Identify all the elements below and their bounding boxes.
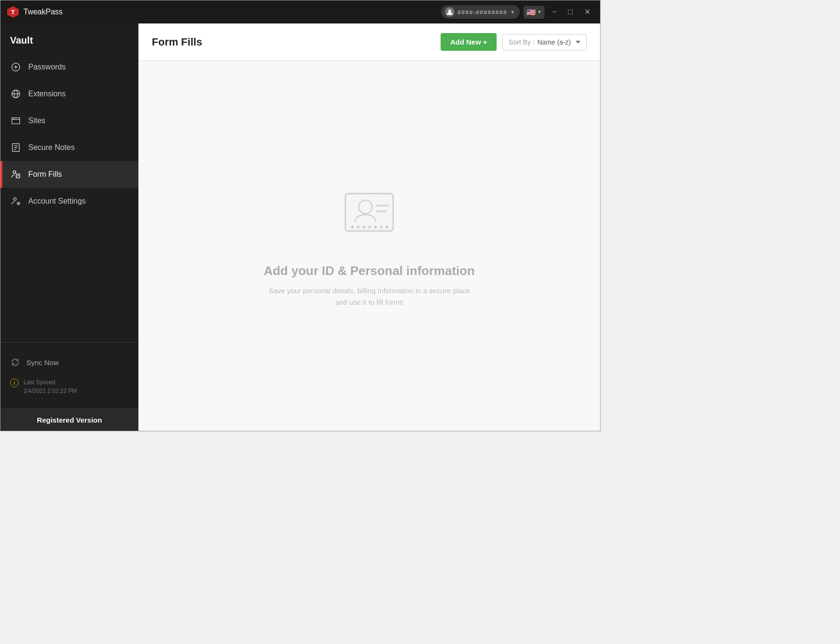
svg-point-30 <box>368 226 371 229</box>
maximize-button[interactable]: □ <box>564 6 577 18</box>
empty-state-title: Add your ID & Personal information <box>264 264 475 278</box>
close-button[interactable]: ✕ <box>580 6 594 18</box>
sidebar-item-sites-label: Sites <box>28 116 45 125</box>
svg-text:T: T <box>11 9 15 16</box>
registered-label: Registered Version <box>37 416 102 424</box>
sidebar-item-account-settings[interactable]: Account Settings <box>0 188 138 215</box>
sidebar-item-passwords[interactable]: Passwords <box>0 54 138 80</box>
vault-label: Vault <box>0 23 138 54</box>
sort-chevron-down-icon <box>576 41 580 44</box>
svg-point-17 <box>13 171 16 174</box>
minimize-button[interactable]: − <box>548 6 560 18</box>
sidebar-item-sites[interactable]: Sites <box>0 107 138 134</box>
sync-icon <box>10 357 21 368</box>
empty-state-icon <box>331 184 408 246</box>
svg-rect-18 <box>16 174 20 178</box>
sidebar-item-form-fills-label: Form Fills <box>28 170 62 179</box>
titlebar-right: ####-######## ▼ 🇺🇸 ▼ − □ ✕ <box>441 5 594 19</box>
app-window: T TweakPass ####-######## ▼ 🇺🇸 ▼ − □ <box>0 0 601 431</box>
last-synced-info: i Last Synced: 2/4/2021 2:02:22 PM <box>0 374 138 401</box>
header-actions: Add New + Sort By : Name (a-z) <box>441 33 587 51</box>
empty-state-subtitle: Save your personal details, billing Info… <box>269 285 470 308</box>
user-dropdown-icon: ▼ <box>510 10 515 15</box>
panel-header: Form Fills Add New + Sort By : Name (a-z… <box>138 23 600 61</box>
app-logo-icon: T <box>6 5 20 19</box>
sort-prefix: Sort By : <box>509 38 534 46</box>
sidebar-bottom: Sync Now i Last Synced: 2/4/2021 2:02:22… <box>0 342 138 409</box>
svg-point-22 <box>18 203 20 205</box>
svg-point-12 <box>14 118 15 119</box>
page-title: Form Fills <box>152 36 202 48</box>
registered-version-bar: Registered Version <box>0 409 138 431</box>
person-form-icon <box>10 169 22 180</box>
sort-dropdown[interactable]: Sort By : Name (a-z) <box>502 34 587 50</box>
sidebar-item-form-fills[interactable]: Form Fills <box>0 161 138 188</box>
svg-point-28 <box>357 226 360 229</box>
sync-now-button[interactable]: Sync Now <box>0 350 138 374</box>
empty-subtitle-line1: Save your personal details, billing Info… <box>269 287 470 295</box>
sidebar-item-secure-notes[interactable]: Secure Notes <box>0 134 138 161</box>
sidebar-item-secure-notes-label: Secure Notes <box>28 143 75 152</box>
titlebar-logo: T TweakPass <box>6 5 441 19</box>
user-name: ####-######## <box>457 9 507 16</box>
right-panel: Form Fills Add New + Sort By : Name (a-z… <box>138 23 600 431</box>
sidebar-item-account-settings-label: Account Settings <box>28 197 86 206</box>
last-synced-label: Last Synced: <box>23 379 57 386</box>
sidebar: Vault Passwords Extensions <box>0 23 138 431</box>
language-button[interactable]: 🇺🇸 ▼ <box>523 6 545 19</box>
titlebar: T TweakPass ####-######## ▼ 🇺🇸 ▼ − □ <box>0 0 600 23</box>
svg-point-11 <box>13 118 13 119</box>
svg-point-21 <box>13 198 16 201</box>
svg-point-27 <box>351 226 354 229</box>
empty-state: Add your ID & Personal information Save … <box>138 61 600 431</box>
svg-point-31 <box>374 226 377 229</box>
nav-items: Passwords Extensions Sites <box>0 54 138 342</box>
sync-now-label: Sync Now <box>26 358 59 367</box>
flag-icon: 🇺🇸 <box>526 8 536 17</box>
main-content: Vault Passwords Extensions <box>0 23 600 431</box>
empty-subtitle-line2: and use it to fill forms <box>335 298 403 306</box>
svg-point-33 <box>386 226 388 229</box>
sidebar-item-extensions[interactable]: Extensions <box>0 80 138 107</box>
info-icon: i <box>10 379 19 387</box>
plus-circle-icon <box>10 61 22 73</box>
user-pill[interactable]: ####-######## ▼ <box>441 5 520 19</box>
add-new-button[interactable]: Add New + <box>441 33 497 51</box>
flag-dropdown-icon: ▼ <box>537 10 542 14</box>
globe-icon <box>10 88 22 100</box>
user-avatar-icon <box>445 7 454 17</box>
app-title: TweakPass <box>23 8 63 16</box>
sort-value: Name (a-z) <box>537 38 571 46</box>
sidebar-item-passwords-label: Passwords <box>28 63 66 71</box>
note-icon <box>10 142 22 153</box>
sidebar-item-extensions-label: Extensions <box>28 90 66 98</box>
svg-point-29 <box>363 226 365 229</box>
last-synced-time: 2/4/2021 2:02:22 PM <box>23 388 77 394</box>
svg-point-32 <box>380 226 383 229</box>
browser-icon <box>10 115 22 126</box>
person-settings-icon <box>10 196 22 207</box>
